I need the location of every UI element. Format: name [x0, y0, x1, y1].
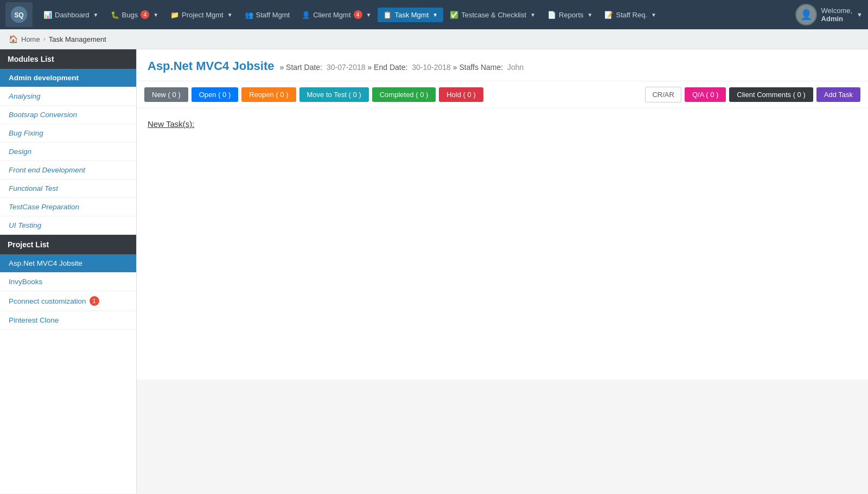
- status-btn-move_to_test[interactable]: Move to Test ( 0 ): [299, 87, 369, 102]
- nav-chevron-testcase: ▼: [530, 12, 535, 18]
- welcome-text: Welcome, Admin: [821, 7, 853, 23]
- qa-button[interactable]: Q/A ( 0 ): [685, 87, 726, 102]
- module-item-bug_fixing[interactable]: Bug Fixing: [0, 124, 136, 143]
- project-label-aspnet: Asp.Net MVC4 Jobsite: [9, 259, 82, 267]
- nav-item-dashboard[interactable]: 📊Dashboard▼: [38, 8, 104, 22]
- nav-label-testcase: Testcase & Checklist: [461, 11, 526, 19]
- nav-label-dashboard: Dashboard: [55, 11, 90, 19]
- nav-item-reports[interactable]: 📄Reports▼: [542, 8, 598, 22]
- nav-item-task_mgmt[interactable]: 📋Task Mgmt▼: [378, 8, 443, 22]
- project-item-pconnect[interactable]: Pconnect customization1: [0, 291, 136, 311]
- project-item-aspnet[interactable]: Asp.Net MVC4 Jobsite: [0, 254, 136, 273]
- status-btn-open[interactable]: Open ( 0 ): [192, 87, 239, 102]
- task-section-title: New Task(s):: [148, 119, 857, 129]
- nav-chevron-client_mgmt: ▼: [366, 12, 372, 18]
- nav-chevron-reports: ▼: [588, 12, 593, 18]
- projects-header: Project List: [0, 235, 136, 254]
- nav-chevron-project_mgmt: ▼: [227, 12, 233, 18]
- module-item-frontend[interactable]: Front end Development: [0, 161, 136, 179]
- nav-label-task_mgmt: Task Mgmt: [394, 11, 429, 19]
- logo[interactable]: SQ: [5, 2, 33, 27]
- staff-label: Staffs Name:: [459, 63, 503, 72]
- nav-item-project_mgmt[interactable]: 📁Project Mgmt▼: [165, 8, 238, 22]
- nav-chevron-bugs: ▼: [153, 12, 158, 18]
- logo-icon: SQ: [10, 5, 28, 24]
- module-item-testcase[interactable]: TestCase Preparation: [0, 198, 136, 216]
- nav-label-client_mgmt: Client Mgmt: [313, 11, 350, 19]
- breadcrumb-current: Task Management: [49, 35, 106, 43]
- project-badge-pconnect: 1: [90, 296, 99, 306]
- nav-item-staff_mgmt[interactable]: 👥Staff Mgmt: [239, 8, 296, 22]
- project-meta: » Start Date: 30-07-2018 » End Date: 30-…: [279, 63, 524, 72]
- status-btn-new[interactable]: New ( 0 ): [144, 87, 188, 102]
- module-item-functional[interactable]: Functional Test: [0, 179, 136, 198]
- status-buttons: New ( 0 )Open ( 0 )Reopen ( 0 )Move to T…: [144, 87, 483, 102]
- nav-item-client_mgmt[interactable]: 👤Client Mgmt4▼: [296, 7, 376, 22]
- nav-label-reports: Reports: [559, 11, 584, 19]
- client-comments-button[interactable]: Client Comments ( 0 ): [729, 87, 813, 102]
- home-icon: 🏠: [9, 35, 18, 43]
- svg-text:SQ: SQ: [14, 11, 23, 19]
- sep3: »: [453, 63, 459, 72]
- project-item-invybooks[interactable]: InvyBooks: [0, 273, 136, 291]
- nav-item-staff_req[interactable]: 📝Staff Req.▼: [599, 8, 661, 22]
- start-label: Start Date:: [286, 63, 322, 72]
- main-content: Asp.Net MVC4 Jobsite » Start Date: 30-07…: [137, 49, 868, 493]
- project-item-pinterest[interactable]: Pinterest Clone: [0, 311, 136, 330]
- nav-label-bugs: Bugs: [122, 11, 138, 19]
- nav-badge-bugs: 4: [141, 10, 149, 19]
- project-label-invybooks: InvyBooks: [9, 278, 42, 286]
- end-label: End Date:: [374, 63, 407, 72]
- task-content: New Task(s):: [137, 108, 868, 380]
- user-chevron: ▼: [857, 11, 863, 18]
- sep1: »: [279, 63, 286, 72]
- nav-label-staff_mgmt: Staff Mgmt: [256, 11, 290, 19]
- module-item-bootstrap[interactable]: Bootsrap Conversion: [0, 106, 136, 124]
- add-task-button[interactable]: Add Task: [816, 87, 860, 102]
- status-btn-reopen[interactable]: Reopen ( 0 ): [241, 87, 296, 102]
- project-header: Asp.Net MVC4 Jobsite » Start Date: 30-07…: [137, 49, 868, 81]
- sidebar: Modules List Admin developmentAnalysingB…: [0, 49, 137, 493]
- nav-chevron-staff_req: ▼: [651, 12, 656, 18]
- modules-header: Modules List: [0, 49, 136, 69]
- module-item-ui_testing[interactable]: UI Testing: [0, 216, 136, 235]
- nav-label-project_mgmt: Project Mgmt: [182, 11, 224, 19]
- modules-list: Admin developmentAnalysingBootsrap Conve…: [0, 69, 136, 235]
- projects-list: Asp.Net MVC4 JobsiteInvyBooksPconnect cu…: [0, 254, 136, 330]
- navbar: SQ 📊Dashboard▼🐛Bugs4▼📁Project Mgmt▼👥Staf…: [0, 0, 868, 29]
- breadcrumb-separator: ›: [43, 35, 46, 43]
- breadcrumb-home[interactable]: Home: [21, 35, 40, 43]
- project-label-pinterest: Pinterest Clone: [9, 316, 59, 324]
- module-item-design[interactable]: Design: [0, 143, 136, 161]
- nav-item-bugs[interactable]: 🐛Bugs4▼: [105, 7, 164, 22]
- nav-badge-client_mgmt: 4: [354, 10, 362, 19]
- nav-chevron-task_mgmt: ▼: [432, 12, 438, 18]
- status-btn-hold[interactable]: Hold ( 0 ): [439, 87, 483, 102]
- page-container: Modules List Admin developmentAnalysingB…: [0, 49, 868, 493]
- avatar: 👤: [795, 4, 817, 25]
- breadcrumb: 🏠 Home › Task Management: [0, 29, 868, 49]
- staff-name: John: [507, 63, 524, 72]
- start-date: 30-07-2018: [327, 63, 366, 72]
- module-item-analysing[interactable]: Analysing: [0, 87, 136, 106]
- end-date: 30-10-2018: [412, 63, 451, 72]
- user-menu[interactable]: 👤 Welcome, Admin ▼: [795, 4, 863, 25]
- project-title: Asp.Net MVC4 Jobsite: [148, 59, 275, 73]
- nav-chevron-dashboard: ▼: [93, 12, 99, 18]
- sep2: »: [367, 63, 374, 72]
- status-btn-completed[interactable]: Completed ( 0 ): [372, 87, 436, 102]
- project-label-pconnect: Pconnect customization: [9, 297, 86, 305]
- crar-button[interactable]: CR/AR: [645, 87, 681, 102]
- status-bar: New ( 0 )Open ( 0 )Reopen ( 0 )Move to T…: [137, 81, 868, 108]
- nav-label-staff_req: Staff Req.: [616, 11, 647, 19]
- module-item-admin_dev[interactable]: Admin development: [0, 69, 136, 87]
- nav-items: 📊Dashboard▼🐛Bugs4▼📁Project Mgmt▼👥Staff M…: [38, 7, 662, 22]
- nav-item-testcase[interactable]: ✅Testcase & Checklist▼: [444, 8, 541, 22]
